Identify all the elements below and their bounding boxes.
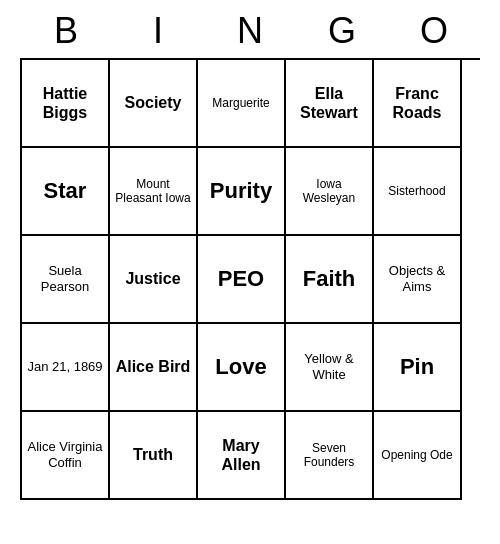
bingo-cell-14: Objects & Aims	[374, 236, 462, 324]
bingo-cell-24: Opening Ode	[374, 412, 462, 500]
bingo-cell-15: Jan 21, 1869	[22, 324, 110, 412]
bingo-cell-2: Marguerite	[198, 60, 286, 148]
bingo-cell-20: Alice Virginia Coffin	[22, 412, 110, 500]
header-letter-o: O	[390, 10, 478, 52]
bingo-cell-13: Faith	[286, 236, 374, 324]
bingo-cell-8: Iowa Wesleyan	[286, 148, 374, 236]
bingo-cell-6: Mount Pleasant Iowa	[110, 148, 198, 236]
header-letter-i: I	[114, 10, 202, 52]
bingo-cell-22: Mary Allen	[198, 412, 286, 500]
bingo-cell-10: Suela Pearson	[22, 236, 110, 324]
bingo-cell-7: Purity	[198, 148, 286, 236]
bingo-cell-21: Truth	[110, 412, 198, 500]
bingo-cell-3: Ella Stewart	[286, 60, 374, 148]
bingo-cell-11: Justice	[110, 236, 198, 324]
header-letter-b: B	[22, 10, 110, 52]
bingo-cell-19: Pin	[374, 324, 462, 412]
bingo-cell-16: Alice Bird	[110, 324, 198, 412]
bingo-cell-18: Yellow & White	[286, 324, 374, 412]
bingo-cell-17: Love	[198, 324, 286, 412]
bingo-cell-1: Society	[110, 60, 198, 148]
bingo-cell-5: Star	[22, 148, 110, 236]
header-letter-n: N	[206, 10, 294, 52]
bingo-cell-4: Franc Roads	[374, 60, 462, 148]
bingo-grid: Hattie BiggsSocietyMargueriteElla Stewar…	[20, 58, 480, 500]
bingo-header: BINGO	[20, 0, 480, 58]
bingo-cell-12: PEO	[198, 236, 286, 324]
bingo-cell-9: Sisterhood	[374, 148, 462, 236]
bingo-cell-23: Seven Founders	[286, 412, 374, 500]
bingo-cell-0: Hattie Biggs	[22, 60, 110, 148]
header-letter-g: G	[298, 10, 386, 52]
